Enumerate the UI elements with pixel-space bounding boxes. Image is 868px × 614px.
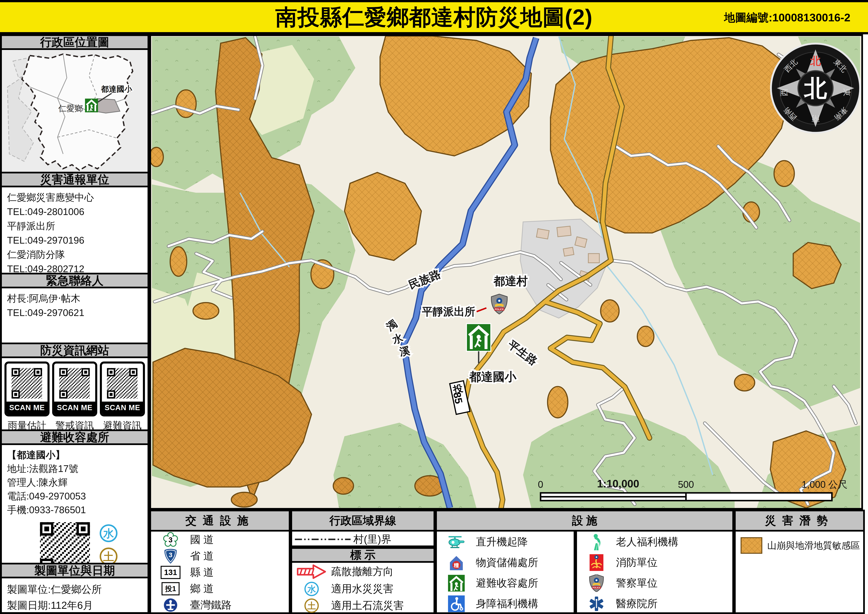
compass-center: 北: [803, 75, 827, 101]
compass-s: 南: [811, 115, 820, 124]
disaster-map-page: 南投縣仁愛鄉都達村防災地圖(2) 地圖編號:10008130016-2 行政區位…: [0, 0, 868, 614]
legend-label: 警察單位: [616, 576, 657, 590]
svg-text:85: 85: [451, 391, 465, 405]
legend-label: 國 道: [190, 533, 214, 547]
legend-header-boundary: 行政區域界線: [290, 510, 435, 532]
legend-boundary-body: 村(里)界: [290, 532, 435, 547]
supply-storage-icon: 糧: [437, 554, 476, 571]
shelter-name: 【都達國小】: [7, 448, 147, 462]
compass-e: 東: [842, 88, 851, 96]
scale-ratio: 1:10,000: [597, 478, 639, 490]
shelter-line: 地址:法觀路17號: [7, 462, 147, 476]
evacuation-arrow-icon: [292, 564, 331, 580]
svg-text:水: 水: [103, 527, 114, 539]
fire-department-icon: [577, 554, 616, 571]
legend-label: 疏散撤離方向: [331, 564, 394, 579]
provincial-route-icon: 3: [151, 548, 190, 564]
svg-text:土: 土: [307, 601, 316, 611]
contact-line: 村長:阿烏伊‧帖木: [7, 291, 147, 306]
section-header-shelter: 避難收容處所: [0, 429, 149, 445]
village-boundary-line: [292, 538, 353, 541]
main-map: 投 85 民族路 都達村 平靜派出所 都達國小 平生路 濁 水 溪: [149, 34, 863, 510]
svg-text:POLICE: POLICE: [495, 308, 504, 311]
scan-me-label: SCAN ME: [102, 402, 143, 414]
township-route-icon: 投1: [151, 582, 190, 595]
svg-text:投1: 投1: [164, 585, 176, 593]
shelter-line: 手機:0933-786501: [7, 503, 147, 517]
shelter-icon: [85, 99, 98, 112]
contact-line: TEL:049-2970621: [7, 306, 147, 320]
sidebar: 行政區位置圖: [0, 34, 149, 614]
compass-rose: 北 東北 東 東南 南 西南 西 西北 北: [771, 44, 860, 133]
police-unit-icon: POLICE: [577, 574, 616, 592]
legend-label: 臺灣鐵路: [190, 598, 232, 612]
police-station-label: 平靜派出所: [422, 306, 475, 317]
report-line: 平靜派出所: [7, 219, 147, 233]
report-line: TEL:049-2970196: [7, 233, 147, 247]
admin-location-map: 都達國小 仁愛鄉: [2, 50, 147, 172]
svg-text:3: 3: [169, 551, 172, 559]
landslide-swatch: [736, 537, 767, 554]
credit-line: 製圖日期:112年6月: [7, 597, 147, 613]
report-line: 仁愛消防分隊: [7, 247, 147, 262]
shelter-line: 管理人:陳永輝: [7, 476, 147, 489]
legend-facilities-col2: 老人福利機構 消防單位 POLIC: [575, 532, 734, 614]
county-route-icon: 131: [151, 566, 190, 579]
legend-header-hazard: 災害潛勢: [734, 510, 865, 532]
legend-label: 省 道: [190, 549, 214, 563]
national-route-icon: 3: [151, 532, 190, 548]
legend-label: 鄉 道: [190, 582, 214, 596]
report-line: 仁愛鄉災害應變中心: [7, 190, 147, 205]
legend-label: 直升機起降: [476, 535, 528, 549]
legend-label: 避難收容處所: [476, 576, 538, 590]
qr-card-alert: SCAN ME 警戒資訊: [52, 362, 97, 432]
compass-n: 北: [810, 55, 821, 67]
compass-w: 西: [780, 88, 789, 96]
credits-body: 製圖單位:仁愛鄉公所 製圖日期:112年6月: [2, 578, 147, 612]
medical-icon: [577, 595, 616, 612]
section-header-location-map: 行政區位置圖: [0, 34, 149, 50]
village-label: 都達村: [493, 275, 528, 288]
legend-label: 縣 道: [190, 565, 214, 580]
elderly-welfare-icon: [577, 533, 616, 550]
legend-label: 村(里)界: [353, 532, 391, 546]
tra-railway-icon: [151, 597, 190, 613]
legend-label: 身障福利機構: [476, 597, 538, 611]
scan-me-label: SCAN ME: [6, 402, 48, 414]
legend-hazard-body: 山崩與地滑地質敏感區: [734, 532, 865, 614]
credit-line: 製圖單位:仁愛鄉公所: [7, 581, 147, 597]
section-header-credits: 製圖單位與日期: [0, 563, 149, 578]
legend-label: 適用水災災害: [331, 582, 394, 596]
legend-header-marks: 標 示: [290, 547, 435, 563]
location-school-label: 都達國小: [101, 85, 132, 93]
svg-text:土: 土: [103, 550, 114, 563]
qr-code-icon: [54, 364, 95, 402]
scan-me-label: SCAN ME: [54, 402, 95, 414]
map-number: 地圖編號:10008130016-2: [724, 2, 850, 33]
water-hazard-icon: 水: [292, 581, 331, 597]
legend-header-facilities: 設 施: [435, 510, 734, 532]
school-label: 都達國小: [469, 370, 517, 383]
shelter-line: 電話:049-2970053: [7, 489, 147, 503]
soil-hazard-icon: 土: [292, 598, 331, 614]
legend-marks-body: 疏散撤離方向 水 適用水災災害 土 適用土石流災害: [290, 563, 435, 614]
qr-code-icon: [102, 364, 143, 402]
svg-text:水: 水: [307, 584, 316, 594]
map-canvas: 投 85 民族路 都達村 平靜派出所 都達國小 平生路 濁 水 溪: [151, 36, 861, 508]
svg-text:POLICE: POLICE: [592, 586, 601, 589]
qr-card-rainfall: SCAN ME 雨量估計: [5, 362, 50, 432]
info-websites-body: SCAN ME 雨量估計 SCAN ME 警戒資訊 SCAN ME: [2, 358, 147, 429]
legend-transport-body: 3 國 道 3 省 道 131 縣 道: [149, 532, 290, 614]
legend-label: 山崩與地滑地質敏感區: [767, 539, 860, 552]
scale-zero: 0: [538, 479, 543, 490]
qr-code-icon: [6, 364, 47, 402]
legend-header-transport: 交通設施: [149, 510, 290, 532]
svg-text:3: 3: [169, 536, 172, 544]
svg-text:131: 131: [164, 568, 177, 577]
emergency-contact-body: 村長:阿烏伊‧帖木 TEL:049-2970621: [2, 288, 147, 342]
location-map-svg: 都達國小 仁愛鄉: [2, 50, 147, 172]
shelter-icon-legend: [437, 575, 476, 592]
wheelchair-icon: [437, 595, 476, 612]
shelter-hazard-badges: 水 土: [98, 523, 119, 569]
legend-label: 適用土石流災害: [331, 598, 404, 613]
